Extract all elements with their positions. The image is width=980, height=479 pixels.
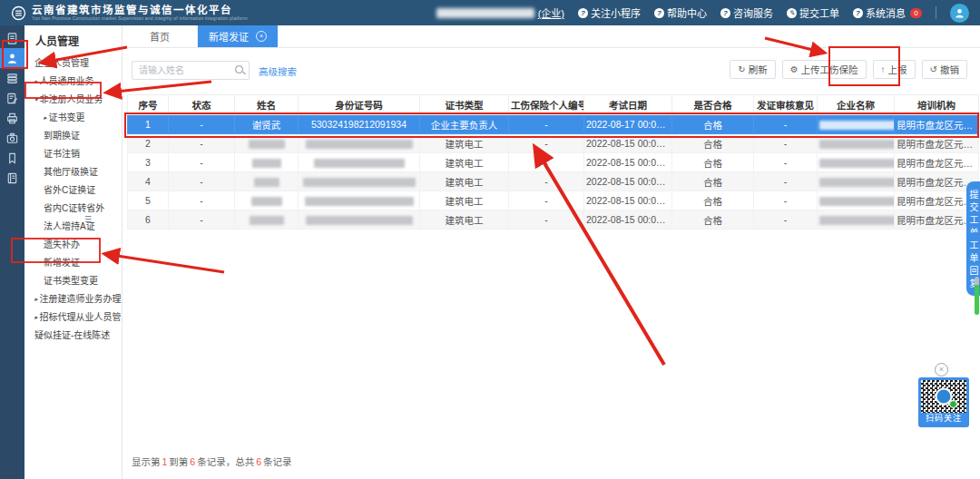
topmenu-help-center[interactable]: ? 帮助中心 <box>654 5 707 20</box>
sidebar-item-personnel-general[interactable]: ▸人员通用业务 <box>24 73 122 91</box>
cell-name <box>235 172 299 191</box>
table-row[interactable]: 6 - 建筑电工 - 2022-08-15 00:00:00 合格 - 昆明市盘… <box>128 210 979 230</box>
sidebar-item-bidding-agency[interactable]: ▸招标代理从业人员管理 <box>24 308 122 327</box>
sidebar-collapse-icon[interactable]: ☰ <box>84 215 92 224</box>
redacted-text <box>819 159 895 168</box>
refresh-button[interactable]: ↻ 刷新 <box>730 60 775 79</box>
qr-verified-badge <box>949 400 957 408</box>
undo-icon: ↺ <box>930 65 937 74</box>
rail-bookmark-icon[interactable] <box>0 148 24 168</box>
report-up-button[interactable]: ↑ 上报 <box>873 60 916 79</box>
sidebar-item-other-dept-renewal[interactable]: 其他厅级换证 <box>24 163 122 181</box>
rail-file-edit-icon[interactable] <box>0 88 24 108</box>
sidebar-item-unregistered-personnel[interactable]: ▾非注册人员业务 <box>24 91 122 109</box>
divider <box>936 6 936 19</box>
table-row[interactable]: 4 - 建筑电工 - 2022-08-15 00:00:00 合格 - 昆明市盘… <box>128 172 979 191</box>
cell-exam-date: 2022-08-15 00:00:00 <box>584 172 672 191</box>
topmenu-follow-miniprogram[interactable]: ? 关注小程序 <box>578 5 641 20</box>
rail-printer-icon[interactable] <box>0 108 24 128</box>
rail-stack-icon[interactable] <box>0 68 24 88</box>
sidebar-item-cert-cancel[interactable]: 证书注销 <box>24 145 122 163</box>
tab-new-cert-issue[interactable]: 新增发证 × <box>198 25 278 47</box>
advanced-search-link[interactable]: 高级搜索 <box>259 64 297 78</box>
module-icon-rail <box>0 25 24 479</box>
table-row[interactable]: 5 - 建筑电工 - 2022-08-15 00:00:00 合格 - 昆明市盘… <box>128 191 979 210</box>
search-box <box>132 61 250 80</box>
cell-cert-type: 建筑电工 <box>420 172 509 191</box>
cell-id-number <box>299 153 420 172</box>
rail-user-icon-active[interactable] <box>0 48 24 68</box>
sidebar-item-expired-renewal[interactable]: 到期换证 <box>24 127 122 145</box>
upload-icon: ↑ <box>881 65 886 74</box>
cell-cert-type: 建筑电工 <box>420 191 509 210</box>
top-menu: (企业) ? 关注小程序 ? 帮助中心 ? 咨询服务 ✎ 提交工单 ? 系统消息… <box>436 4 969 23</box>
expand-down-icon: ▾ <box>34 96 38 103</box>
cell-status: - <box>169 115 235 134</box>
redacted-text <box>254 178 279 187</box>
person-icon <box>954 7 965 19</box>
search-input[interactable] <box>132 61 250 80</box>
current-company[interactable]: (企业) <box>436 5 564 20</box>
cell-cert-type: 建筑电工 <box>420 134 509 153</box>
cell-exam-date: 2022-08-15 00:00:00 <box>584 191 672 210</box>
cell-exam-date: 2022-08-17 00:00:00 <box>584 115 672 134</box>
cell-id-number <box>299 210 420 230</box>
cell-insurance-no: - <box>509 210 584 230</box>
cell-seq: 4 <box>128 172 169 191</box>
cell-company <box>818 153 895 172</box>
redacted-text <box>249 140 285 149</box>
sidebar-item-lost-reissue[interactable]: 遗失补办 <box>24 236 122 254</box>
cell-seq: 3 <box>128 153 169 172</box>
rail-notebook-icon[interactable] <box>0 168 24 188</box>
search-icon[interactable] <box>235 65 243 73</box>
sidebar-item-inner-c-transfer[interactable]: 省内C证转省外 <box>24 200 122 218</box>
topmenu-label: 咨询服务 <box>733 5 773 20</box>
cell-name <box>235 191 299 210</box>
upload-injury-insurance-button[interactable]: ⚙ 上传工伤保险 <box>782 60 867 79</box>
topmenu-label: 系统消息 <box>866 5 906 20</box>
topmenu-system-messages[interactable]: ? 系统消息 0 <box>853 5 922 20</box>
cell-insurance-no: - <box>509 115 584 134</box>
cell-training-org: 昆明市盘龙区元齐职业... <box>895 134 979 153</box>
qr-code-image <box>921 380 966 413</box>
cell-status: - <box>169 191 235 210</box>
table-row[interactable]: 2 - 建筑电工 - 2022-08-15 00:00:00 合格 - 昆明市盘… <box>128 134 979 153</box>
redacted-text <box>819 121 895 130</box>
cell-cert-type: 建筑电工 <box>420 153 509 172</box>
cell-qualified: 合格 <box>672 191 754 210</box>
sidebar-item-cert-type-change[interactable]: 证书类型变更 <box>24 272 122 290</box>
sidebar-item-cert-change[interactable]: ▸证书变更 <box>24 109 122 127</box>
qr-widget[interactable]: 扫码关注 <box>918 377 969 427</box>
redacted-text <box>252 159 281 168</box>
qr-caption: 扫码关注 <box>921 413 966 425</box>
sidebar-item-legal-a-cert[interactable]: 法人增持A证 <box>24 218 122 236</box>
scrollbar-thumb[interactable] <box>975 277 979 315</box>
sidebar-item-suspected-affiliation[interactable]: 疑似挂证-在线陈述 <box>24 327 122 345</box>
revoke-button[interactable]: ↺ 撤销 <box>922 60 967 79</box>
sidebar-item-enterprise-personnel[interactable]: 企业人员管理 <box>24 54 122 73</box>
tab-close-icon[interactable]: × <box>256 31 267 42</box>
cell-status: - <box>169 153 235 172</box>
topmenu-consult-service[interactable]: ? 咨询服务 <box>720 5 773 20</box>
top-header: 云南省建筑市场监管与诚信一体化平台 Yun Nan Province Const… <box>0 0 980 25</box>
sidebar-item-outer-c-cert[interactable]: 省外C证换证 <box>24 181 122 200</box>
topmenu-submit-ticket[interactable]: ✎ 提交工单 <box>787 5 839 20</box>
qr-close-icon[interactable]: × <box>935 363 948 376</box>
sidebar-item-new-cert-issue[interactable]: 新增发证 <box>24 254 122 272</box>
rail-file-lines-icon[interactable] <box>0 28 24 48</box>
cell-review-opinion: - <box>754 134 818 153</box>
question-circle-icon: ? <box>720 8 730 18</box>
table-row[interactable]: 1 - 谢贤武 530324198212091934 企业主要负责人 - 202… <box>128 115 979 134</box>
rail-camera-icon[interactable] <box>0 128 24 148</box>
topmenu-label: 提交工单 <box>799 5 839 20</box>
table-row[interactable]: 3 - 建筑电工 - 2022-08-15 00:00:00 合格 - 昆明市盘… <box>128 153 979 172</box>
sidebar-item-registered-builder[interactable]: ▸注册建造师业务办理 <box>24 290 122 308</box>
tab-home[interactable]: 首页 <box>122 25 198 47</box>
col-insurance-no: 工伤保险个人编号 <box>509 95 584 115</box>
col-qualified: 是否合格 <box>672 95 754 115</box>
redacted-text <box>314 159 405 168</box>
user-avatar[interactable] <box>950 4 969 23</box>
cell-seq: 6 <box>128 210 169 230</box>
cell-cert-type: 企业主要负责人 <box>420 115 509 134</box>
company-type-link[interactable]: (企业) <box>538 5 564 20</box>
